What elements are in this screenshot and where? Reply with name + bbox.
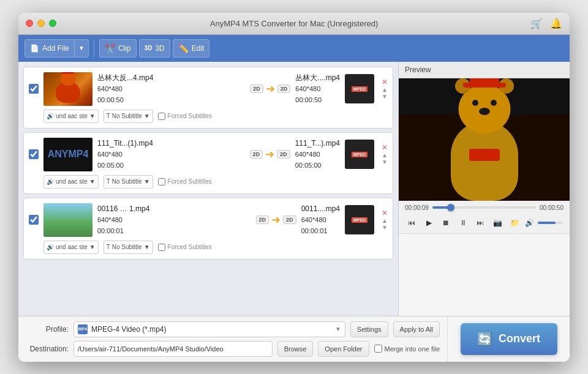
format-thumb-text-3: MPEG [352,217,368,223]
forced-sub-check-2[interactable] [158,178,165,185]
output-dur-2: 00:05:00 [295,160,340,171]
audio-select-1[interactable]: 🔊 und aac ste ▼ [43,110,99,123]
remove-file-3[interactable]: ✕ [382,209,388,217]
forced-subtitles-1: Forced Subtitles [158,113,212,120]
progress-bar[interactable] [432,206,536,209]
audio-icon-3: 🔊 [47,244,54,250]
subtitle-dropdown-arrow-2: ▼ [144,178,150,185]
minimize-button[interactable] [37,20,45,27]
snapshot-button[interactable]: 📷 [491,216,504,230]
subtitle-select-3[interactable]: T No Subtitle ▼ [104,241,153,254]
format-thumb-text-1: MPEG [352,86,368,92]
3d-label: 3D [155,44,164,53]
format-thumb-1[interactable]: MPEG [345,74,374,103]
file-checkbox-3[interactable] [29,215,39,225]
input-dur-3: 00:00:01 [97,226,251,237]
forced-sub-check-3[interactable] [158,244,165,251]
bottom-area: Profile: MP4 MPEG-4 Video (*.mp4) ▼ Sett… [18,316,570,362]
output-filename-2: 111_T...).mp4 [295,138,340,149]
file-checkbox-2[interactable] [29,149,39,159]
skip-forward-button[interactable]: ⏭ [473,216,487,230]
audio-dropdown-arrow-3: ▼ [89,244,96,250]
clip-button[interactable]: ✂️ Clip [99,39,137,58]
input-dur-2: 00:05:00 [97,160,245,171]
maximize-button[interactable] [49,20,56,27]
apply-all-button[interactable]: Apply to All [393,321,440,337]
convert-icon: 🔄 [477,332,492,346]
forced-sub-check-1[interactable] [158,113,165,120]
scroll-up-2[interactable]: ▲ [382,152,388,159]
add-file-dropdown-button[interactable]: ▼ [75,39,89,58]
output-dur-1: 00:00:50 [295,95,340,106]
scroll-up-1[interactable]: ▲ [382,87,388,93]
file-thumb-2: ANYMP4 [43,138,92,171]
merge-label: Merge into one file [385,345,440,353]
volume-bar[interactable] [538,222,564,224]
main-content: 丛林大反...4.mp4 640*480 00:00:50 2D ➜ 2D 丛林… [18,62,570,316]
browse-button[interactable]: Browse [277,341,314,357]
item-actions-3: ✕ ▲ ▼ [382,209,388,231]
title-icons: 🛒 🔔 [530,18,562,29]
merge-checkbox[interactable] [374,345,382,353]
subtitle-select-2[interactable]: T No Subtitle ▼ [104,175,153,189]
remove-file-2[interactable]: ✕ [382,144,388,151]
arrow-section-2: 2D ➜ 2D [250,148,290,161]
profile-row: Profile: MP4 MPEG-4 Video (*.mp4) ▼ Sett… [26,321,440,337]
skip-back-button[interactable]: ⏮ [405,216,418,230]
convert-label: Convert [499,332,540,345]
convert-button[interactable]: 🔄 Convert [461,323,557,355]
badge-2d-in-3: 2D [256,215,270,224]
pause-button[interactable]: ⏸ [456,216,470,230]
audio-select-2[interactable]: 🔊 und aac ste ▼ [43,175,99,189]
close-button[interactable] [26,20,33,27]
output-res-1: 640*480 [295,84,340,95]
output-res-2: 640*480 [295,149,340,160]
edit-button[interactable]: ✏️ Edit [173,39,210,58]
profile-select[interactable]: MP4 MPEG-4 Video (*.mp4) ▼ [74,321,345,337]
input-res-2: 640*480 [97,149,245,160]
badge-2d-out-3: 2D [283,215,296,224]
file-info-3: 00116 … 1.mp4 640*480 00:00:01 [97,203,251,236]
subtitle-value-1: No Subtitle [112,113,142,119]
audio-dropdown-arrow-2: ▼ [89,178,96,185]
scroll-up-3[interactable]: ▲ [382,218,388,224]
remove-file-1[interactable]: ✕ [382,78,388,86]
arrow-section-1: 2D ➜ 2D [250,82,290,95]
cart-icon[interactable]: 🛒 [530,18,543,29]
profile-icon: MP4 [78,324,88,334]
progress-thumb[interactable] [447,204,454,211]
scroll-down-2[interactable]: ▼ [382,159,388,165]
convert-arrow-3: ➜ [271,213,281,226]
output-filename-3: 0011....mp4 [301,203,340,215]
file-item-top-3: 00116 … 1.mp4 640*480 00:00:01 2D ➜ 2D 0… [29,203,388,237]
format-thumb-2[interactable]: MPEG [345,140,374,169]
audio-select-3[interactable]: 🔊 und aac ste ▼ [43,241,99,254]
input-filename-2: 111_Tit...(1).mp4 [97,138,245,149]
window-title: AnyMP4 MTS Converter for Mac (Unregister… [210,19,379,28]
stop-button[interactable]: ⏹ [439,216,453,230]
forced-subtitles-2: Forced Subtitles [158,178,212,185]
format-thumb-3[interactable]: MPEG [345,205,374,234]
folder-button[interactable]: 📁 [508,216,521,230]
3d-button[interactable]: 3D 3D [139,39,170,58]
scroll-down-1[interactable]: ▼ [382,94,388,100]
settings-button[interactable]: Settings [350,321,388,337]
file-item-top-2: ANYMP4 111_Tit...(1).mp4 640*480 00:05:0… [29,138,388,171]
file-checkbox-1[interactable] [29,84,39,94]
subtitle-dropdown-arrow-3: ▼ [144,244,150,250]
edit-label: Edit [192,44,205,53]
format-thumb-text-2: MPEG [352,152,368,157]
edit-icon: ✏️ [178,43,189,53]
file-item-2: ANYMP4 111_Tit...(1).mp4 640*480 00:05:0… [23,132,393,194]
output-dur-3: 00:00:01 [301,226,340,237]
add-file-button[interactable]: 📄 Add File [24,39,75,58]
item-actions-2: ✕ ▲ ▼ [382,144,388,165]
play-button[interactable]: ▶ [422,216,435,230]
destination-input[interactable] [74,341,273,357]
subtitle-select-1[interactable]: T No Subtitle ▼ [104,110,153,123]
clip-icon: ✂️ [105,43,115,53]
settings-icon[interactable]: 🔔 [550,18,562,29]
open-folder-button[interactable]: Open Folder [318,341,369,357]
scroll-down-3[interactable]: ▼ [382,225,388,231]
subtitle-icon-1: T [107,113,110,119]
